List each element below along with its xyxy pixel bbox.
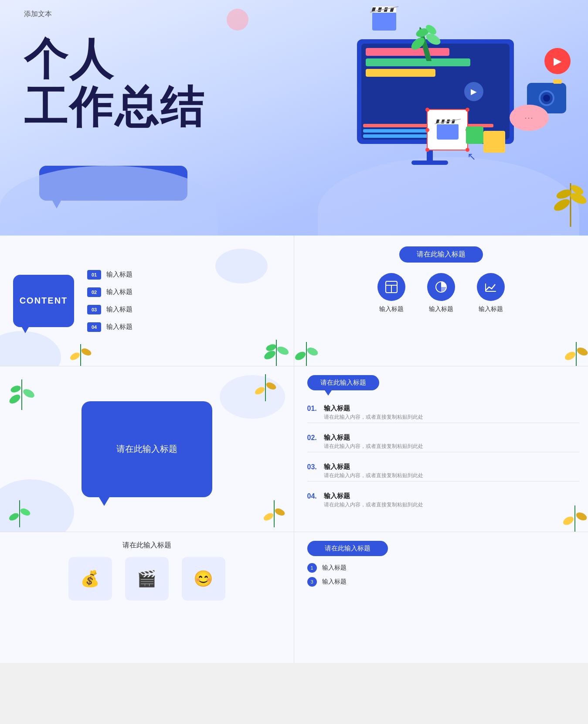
clapper-inner-svg: [435, 117, 461, 143]
svg-rect-5: [372, 12, 396, 31]
content-item: 02 输入标题: [87, 287, 133, 297]
blob-s2-2: [215, 249, 268, 283]
icon-label-3: 输入标题: [479, 305, 503, 313]
cursor-icon: ↖: [467, 150, 476, 163]
s5-sub-3: 请在此输入内容，或者直接复制粘贴到此处: [324, 472, 580, 479]
s5-list-item-2: 02. 输入标题 请在此输入内容，或者直接复制粘贴到此处: [307, 431, 580, 457]
title-line1: 个人: [24, 35, 205, 83]
pink-circle-deco: [227, 9, 248, 31]
monitor-base: [411, 161, 448, 165]
icon-label-1: 输入标题: [379, 305, 404, 313]
svg-point-45: [22, 387, 35, 400]
handle-tr: [466, 108, 469, 112]
icon-circle-3: [477, 273, 505, 301]
top-label: 添加文本: [24, 10, 52, 19]
svg-point-42: [576, 346, 588, 357]
youtube-icon: ▶: [544, 48, 571, 74]
icon-item-2: 输入标题: [427, 273, 455, 313]
item-label: 输入标题: [106, 323, 133, 331]
s6-icon-box-2: 🎬: [125, 557, 169, 601]
pie-icon: [434, 280, 448, 294]
big-bubble-text: 请在此输入标题: [116, 443, 177, 455]
s2-leaves-br: [263, 335, 289, 366]
item-num: 03: [87, 305, 101, 314]
svg-point-29: [70, 351, 81, 362]
bar-yellow: [366, 69, 435, 77]
slide7-header: 请在此输入标题: [307, 541, 388, 556]
s5-sub-1: 请在此输入内容，或者直接复制粘贴到此处: [324, 413, 580, 421]
svg-point-39: [306, 346, 318, 357]
icon-item-3: 输入标题: [477, 273, 505, 313]
s5-title-4: 输入标题: [324, 492, 350, 500]
content-list: 01 输入标题 02 输入标题 03 输入标题 04 输入标题: [87, 270, 133, 332]
s5-num-2: 02.: [307, 434, 319, 442]
svg-point-20: [553, 197, 571, 213]
s5-item-header-1: 01. 输入标题: [307, 404, 580, 413]
slide6-icons-row: 💰 🎬 😊: [68, 557, 225, 601]
handle-ml: [425, 128, 429, 132]
slide5-right-list: 请在此输入标题 01. 输入标题 请在此输入内容，或者直接复制粘贴到此处 02.…: [294, 366, 588, 532]
slide1-hero: 添加文本 个人 工作总结 ▶ ▶: [0, 0, 588, 236]
icon-row: 输入标题 输入标题: [303, 273, 580, 313]
s6-icon-box-1: 💰: [68, 557, 112, 601]
svg-point-46: [10, 384, 21, 393]
item-label: 输入标题: [106, 270, 133, 279]
main-title: 个人 工作总结: [24, 35, 205, 131]
s5-sub-2: 请在此输入内容，或者直接复制粘贴到此处: [324, 443, 580, 450]
svg-point-52: [19, 507, 31, 517]
s6-icon-1: 💰: [80, 570, 100, 588]
s5-num-1: 01.: [307, 405, 319, 413]
s4-leaves-tr: [255, 371, 276, 401]
handle-bl: [425, 148, 429, 152]
s5-title-3: 输入标题: [324, 463, 350, 471]
s5-sub-4: 请在此输入内容，或者直接复制粘贴到此处: [324, 501, 580, 509]
chat-bubble: ···: [510, 105, 549, 131]
s7-item-1: 1 输入标题: [307, 563, 580, 573]
svg-point-54: [263, 512, 275, 522]
slide6-bottom-left: 请在此输入标题 💰 🎬 😊: [0, 532, 294, 663]
svg-point-55: [274, 507, 285, 517]
item-num: 04: [87, 322, 101, 332]
s3-leaves-br: [564, 338, 588, 366]
svg-point-58: [575, 511, 588, 522]
slide3-header: 请在此输入标题: [399, 246, 483, 263]
s5-num-3: 03.: [307, 463, 319, 471]
item-num: 02: [87, 287, 101, 297]
svg-point-48: [255, 386, 266, 396]
s5-divider: [307, 423, 580, 423]
s6-icon-box-3: 😊: [182, 557, 225, 601]
content-bubble: CONTENT: [13, 275, 74, 327]
content-item: 04 输入标题: [87, 322, 133, 332]
slide2-content-list: CONTENT 01 输入标题 02 输入标题 03 输入标题 04 输入标题: [0, 236, 294, 366]
icon-circle-1: [377, 273, 405, 301]
s7-dot-2: 3: [307, 577, 317, 587]
icon-item-1: 输入标题: [377, 273, 405, 313]
selected-clapper: ↖: [427, 109, 468, 150]
table-icon: [384, 280, 398, 294]
svg-point-26: [275, 345, 289, 356]
slide7-list: 1 输入标题 3 输入标题: [307, 563, 580, 587]
s5-title-1: 输入标题: [324, 404, 350, 413]
svg-point-51: [9, 512, 20, 522]
icon-circle-2: [427, 273, 455, 301]
svg-point-41: [564, 350, 577, 362]
leaves-top: [409, 17, 444, 61]
chart-icon: [484, 280, 498, 294]
camera-flash: [553, 79, 562, 84]
clapper-top: [370, 4, 398, 32]
yellow-leaves: [553, 174, 588, 227]
s4-leaves-tl: [9, 375, 35, 410]
s4-leaves-br: [263, 497, 285, 527]
s5-item-header-4: 04. 输入标题: [307, 492, 580, 500]
s7-dot-1: 1: [307, 563, 317, 573]
s7-num-2: 3: [310, 579, 313, 584]
content-label: CONTENT: [20, 296, 68, 306]
s7-label-1: 输入标题: [322, 564, 347, 572]
item-label: 输入标题: [106, 288, 133, 296]
green-square: [466, 126, 483, 144]
play-button[interactable]: ▶: [464, 82, 483, 101]
s5-list-item-1: 01. 输入标题 请在此输入内容，或者直接复制粘贴到此处: [307, 402, 580, 427]
slide5-list: 01. 输入标题 请在此输入内容，或者直接复制粘贴到此处 02. 输入标题 请在…: [307, 402, 580, 511]
slides-grid: CONTENT 01 输入标题 02 输入标题 03 输入标题 04 输入标题: [0, 236, 588, 663]
big-bubble: 请在此输入标题: [82, 401, 212, 497]
